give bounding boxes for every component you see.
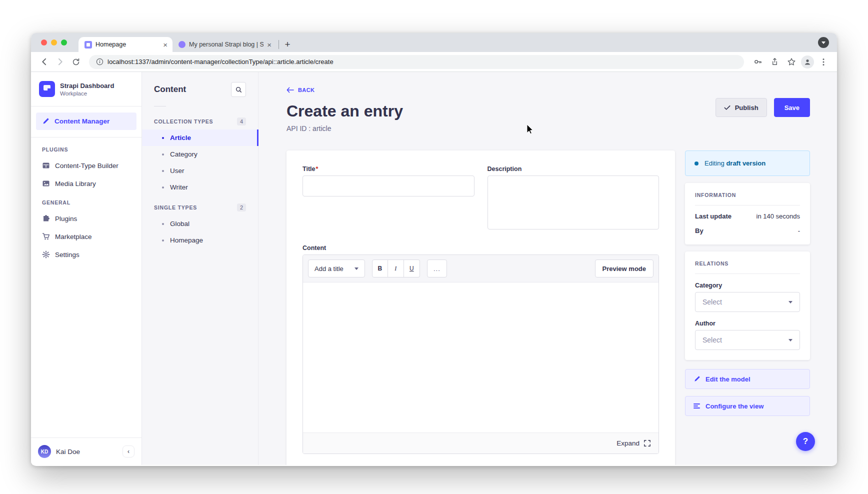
sidebar-item-label: Content Manager bbox=[54, 118, 110, 125]
close-window-button[interactable] bbox=[41, 40, 47, 46]
italic-button[interactable]: I bbox=[388, 260, 404, 278]
info-row-last-update: Last update in 140 seconds bbox=[695, 212, 800, 220]
info-value: - bbox=[798, 227, 800, 234]
collection-type-article[interactable]: Article bbox=[142, 130, 258, 146]
collection-type-label: Article bbox=[170, 134, 191, 142]
richtext-editor: Add a title B I U ... Preview mode bbox=[302, 254, 659, 454]
group-label-single-types: SINGLE TYPES bbox=[154, 204, 197, 210]
back-button[interactable] bbox=[37, 55, 51, 69]
save-button[interactable]: Save bbox=[774, 98, 810, 117]
expand-label: Expand bbox=[616, 440, 640, 447]
single-type-global[interactable]: Global bbox=[142, 216, 258, 232]
tab-homepage[interactable]: Homepage × bbox=[78, 37, 172, 52]
sidebar-item-content-manager[interactable]: Content Manager bbox=[36, 112, 136, 130]
sidebar-item-content-type-builder[interactable]: Content-Type Builder bbox=[31, 156, 142, 174]
back-link[interactable]: BACK bbox=[286, 87, 810, 93]
zoom-window-button[interactable] bbox=[61, 40, 67, 46]
edit-model-label: Edit the model bbox=[706, 376, 750, 383]
publish-button[interactable]: Publish bbox=[716, 98, 767, 117]
sidebar-item-settings[interactable]: Settings bbox=[31, 246, 142, 264]
bullet-icon bbox=[162, 154, 164, 156]
new-tab-button[interactable]: + bbox=[281, 38, 294, 51]
divider bbox=[154, 106, 166, 106]
tab-search-button[interactable] bbox=[818, 37, 829, 48]
nav-section-plugins: PLUGINS bbox=[31, 140, 142, 156]
bookmark-star-icon[interactable] bbox=[784, 55, 799, 69]
title-input[interactable] bbox=[302, 176, 474, 196]
bullet-icon bbox=[162, 223, 164, 225]
bullet-icon bbox=[162, 170, 164, 172]
reload-button[interactable] bbox=[69, 55, 83, 69]
relations-card: RELATIONS Category Select Author Select bbox=[685, 252, 810, 360]
sidebar-item-plugins[interactable]: Plugins bbox=[31, 210, 142, 228]
author-select[interactable]: Select bbox=[695, 330, 800, 350]
title-field-label: Title* bbox=[302, 166, 474, 172]
collection-type-writer[interactable]: Writer bbox=[142, 179, 258, 196]
tab-title: My personal Strapi blog | Strap bbox=[189, 41, 264, 48]
heading-select[interactable]: Add a title bbox=[308, 260, 365, 278]
puzzle-icon bbox=[42, 214, 50, 222]
close-tab-icon[interactable]: × bbox=[163, 41, 168, 48]
cart-icon bbox=[42, 232, 50, 240]
close-tab-icon[interactable]: × bbox=[267, 41, 272, 48]
nav-section-general: GENERAL bbox=[31, 192, 142, 210]
draft-version-banner: Editing draft version bbox=[685, 150, 810, 176]
information-card: INFORMATION Last update in 140 seconds B… bbox=[685, 183, 810, 244]
search-button[interactable] bbox=[231, 82, 246, 97]
browser-profile-avatar[interactable] bbox=[801, 56, 814, 68]
layout-icon bbox=[42, 162, 50, 170]
page-info-icon[interactable] bbox=[96, 58, 104, 66]
url-text: localhost:1337/admin/content-manager/col… bbox=[108, 58, 334, 66]
workspace-header[interactable]: Strapi Dashboard Workplace bbox=[31, 72, 142, 106]
underline-button[interactable]: U bbox=[404, 260, 420, 278]
back-label: BACK bbox=[298, 87, 314, 93]
browser-toolbar: localhost:1337/admin/content-manager/col… bbox=[31, 52, 837, 72]
entry-side-panel: Editing draft version INFORMATION Last u… bbox=[685, 150, 810, 416]
user-avatar[interactable]: KD bbox=[38, 445, 51, 458]
sidebar-item-marketplace[interactable]: Marketplace bbox=[31, 228, 142, 246]
configure-list-icon bbox=[694, 403, 700, 409]
sidebar-item-media-library[interactable]: Media Library bbox=[31, 174, 142, 192]
collection-type-category[interactable]: Category bbox=[142, 146, 258, 162]
blog-favicon-icon bbox=[178, 41, 186, 48]
forward-button[interactable] bbox=[53, 55, 67, 69]
configure-view-button[interactable]: Configure the view bbox=[685, 396, 810, 416]
category-select[interactable]: Select bbox=[695, 292, 800, 312]
content-field-label: Content bbox=[302, 244, 659, 252]
share-icon[interactable] bbox=[767, 55, 782, 69]
description-textarea[interactable] bbox=[488, 176, 660, 230]
strapi-favicon-icon bbox=[84, 41, 92, 48]
pen-icon bbox=[42, 118, 50, 125]
expand-icon[interactable] bbox=[644, 440, 650, 446]
browser-menu-icon[interactable] bbox=[816, 55, 831, 69]
tab-strip: Homepage × My personal Strapi blog | Str… bbox=[31, 33, 837, 52]
help-button[interactable]: ? bbox=[796, 432, 815, 451]
chevron-down-icon bbox=[788, 301, 792, 304]
description-field-label: Description bbox=[488, 166, 660, 172]
arrow-left-icon bbox=[286, 87, 294, 93]
search-icon bbox=[236, 86, 242, 93]
edit-model-button[interactable]: Edit the model bbox=[685, 369, 810, 389]
configure-view-label: Configure the view bbox=[706, 402, 764, 410]
sidebar-item-label: Marketplace bbox=[55, 233, 92, 240]
collection-type-user[interactable]: User bbox=[142, 162, 258, 179]
preview-mode-button[interactable]: Preview mode bbox=[595, 260, 654, 278]
workspace-subtitle: Workplace bbox=[60, 90, 114, 96]
publish-label: Publish bbox=[735, 104, 758, 112]
tab-separator bbox=[278, 40, 279, 49]
author-relation-label: Author bbox=[695, 320, 800, 327]
more-formats-button[interactable]: ... bbox=[427, 260, 447, 278]
bold-button[interactable]: B bbox=[372, 260, 388, 278]
sidebar-item-label: Content-Type Builder bbox=[55, 162, 118, 170]
collection-type-label: Writer bbox=[170, 184, 188, 191]
draft-status-text: Editing draft version bbox=[704, 160, 766, 167]
editor-textarea[interactable] bbox=[303, 282, 658, 432]
minimize-window-button[interactable] bbox=[51, 40, 57, 46]
bullet-icon bbox=[162, 137, 164, 139]
url-bar[interactable]: localhost:1337/admin/content-manager/col… bbox=[89, 55, 744, 69]
tab-strapi-blog[interactable]: My personal Strapi blog | Strap × bbox=[172, 37, 276, 52]
single-type-homepage[interactable]: Homepage bbox=[142, 232, 258, 248]
collapse-sidebar-button[interactable]: ‹ bbox=[122, 446, 134, 458]
panel-title: Content bbox=[154, 84, 186, 94]
password-key-icon[interactable] bbox=[750, 55, 765, 69]
